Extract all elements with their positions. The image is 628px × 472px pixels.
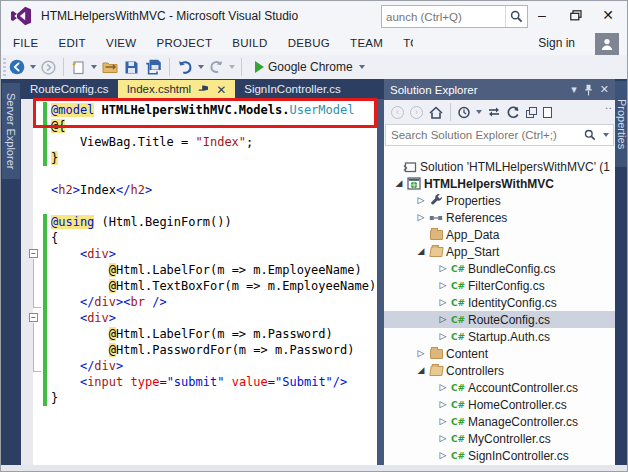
toolbar-overflow-icon[interactable]: ‥ <box>605 100 612 110</box>
vertical-scrollbar[interactable] <box>377 99 384 465</box>
expander-collapsed-icon[interactable]: ▷ <box>436 413 450 430</box>
outline-guide <box>33 259 34 307</box>
tree-item-app-data[interactable]: App_Data <box>384 226 615 243</box>
navigate-forward-button[interactable] <box>38 56 59 78</box>
expander-collapsed-icon[interactable]: ▷ <box>436 328 450 345</box>
menu-file[interactable]: FILE <box>3 31 49 55</box>
menu-build[interactable]: BUILD <box>222 31 277 55</box>
user-avatar-icon[interactable] <box>595 33 619 55</box>
tree-item-bundleconfig-cs[interactable]: ▷C#BundleConfig.cs <box>384 260 615 277</box>
new-file-dropdown[interactable] <box>91 65 97 69</box>
csharp-icon: C# <box>450 298 466 308</box>
pin-icon[interactable] <box>198 80 210 99</box>
tree-item-homecontroller-cs[interactable]: ▷C#HomeController.cs <box>384 396 615 413</box>
document-tab-signincontroller.cs[interactable]: SignInController.cs <box>235 80 350 99</box>
expander-collapsed-icon[interactable]: ▷ <box>436 311 450 328</box>
tree-item-controllers[interactable]: ◢Controllers <box>384 362 615 379</box>
expander-collapsed-icon[interactable]: ▷ <box>436 294 450 311</box>
tree-item-filterconfig-cs[interactable]: ▷C#FilterConfig.cs <box>384 277 615 294</box>
tree-item-mycontroller-cs[interactable]: ▷C#MyController.cs <box>384 430 615 447</box>
redo-dropdown[interactable] <box>229 65 235 69</box>
navigate-back-button[interactable] <box>6 56 28 78</box>
tree-item-managecontroller-cs[interactable]: ▷C#ManageController.cs <box>384 413 615 430</box>
expander-collapsed-icon[interactable]: ▷ <box>436 277 450 294</box>
collapse-icon[interactable]: − <box>29 313 38 322</box>
expander-collapsed-icon[interactable]: ▷ <box>414 209 428 226</box>
save-button[interactable] <box>121 56 142 78</box>
project-icon <box>406 177 422 190</box>
menu-view[interactable]: VIEW <box>96 31 147 55</box>
expander-collapsed-icon[interactable]: ▷ <box>436 260 450 277</box>
tree-item-htmlhelperswithmvc[interactable]: ◢HTMLHelpersWithMVC <box>384 175 615 192</box>
expander-collapsed-icon[interactable]: ▷ <box>414 192 428 209</box>
start-debug-button[interactable]: Google Chrome <box>246 56 370 78</box>
save-all-button[interactable] <box>142 56 165 78</box>
tree-item-routeconfig-cs[interactable]: ▷C#RouteConfig.cs <box>384 311 615 328</box>
search-icon[interactable] <box>579 125 601 145</box>
server-explorer-tab[interactable]: Server Explorer <box>2 83 20 179</box>
undo-dropdown[interactable] <box>198 65 204 69</box>
expander-collapsed-icon[interactable]: ▷ <box>436 430 450 447</box>
undo-button[interactable] <box>174 56 196 78</box>
expander-collapsed-icon[interactable]: ▷ <box>436 447 450 464</box>
expander-collapsed-icon[interactable]: ▷ <box>436 396 450 413</box>
close-icon[interactable]: ✕ <box>216 84 226 96</box>
navigate-back-dropdown[interactable] <box>30 65 36 69</box>
expander-expanded-icon[interactable]: ◢ <box>414 243 428 260</box>
switch-views-icon[interactable] <box>455 102 474 122</box>
sign-in-button[interactable]: Sign in <box>532 31 581 55</box>
sync-with-active-document-icon[interactable] <box>484 102 504 122</box>
expander-expanded-icon[interactable]: ◢ <box>392 175 406 192</box>
menu-team[interactable]: TEAM <box>340 31 393 55</box>
menu-debug[interactable]: DEBUG <box>278 31 340 55</box>
tree-item-solution-htmlhelperswithmvc-1[interactable]: Solution 'HTMLHelpersWithMVC' (1 <box>384 158 615 175</box>
preview-selected-items-icon[interactable] <box>540 102 555 122</box>
expander-expanded-icon[interactable]: ◢ <box>414 362 428 379</box>
menu-project[interactable]: PROJECT <box>147 31 223 55</box>
tree-item-signincontroller-cs[interactable]: ▷C#SignInController.cs <box>384 447 615 464</box>
tree-item-accountcontroller-cs[interactable]: ▷C#AccountController.cs <box>384 379 615 396</box>
solution-explorer-header[interactable]: Solution Explorer ▾ ✕ <box>384 79 615 100</box>
redo-button[interactable] <box>206 56 227 78</box>
window-menu-chevron-down-icon[interactable]: ▾ <box>571 84 577 95</box>
collapse-icon[interactable]: − <box>29 249 38 258</box>
change-bar <box>43 150 47 166</box>
code-editor[interactable]: @model HTMLHelpersWithMVC.Models.UserMod… <box>21 99 384 465</box>
document-tab-routeconfig.cs[interactable]: RouteConfig.cs <box>21 80 118 99</box>
close-button[interactable]: ✕ <box>593 1 623 29</box>
tree-item-properties[interactable]: ▷Properties <box>384 192 615 209</box>
tree-item-references[interactable]: ▷References <box>384 209 615 226</box>
solution-explorer-search-box[interactable] <box>385 124 614 146</box>
solution-explorer-toolbar: ‹ › <box>384 100 615 124</box>
menu-edit[interactable]: EDIT <box>49 31 96 55</box>
expander-collapsed-icon[interactable]: ▷ <box>414 345 428 362</box>
document-tab-index.cshtml[interactable]: Index.cshtml✕ <box>118 80 236 99</box>
tree-item-app-start[interactable]: ◢App_Start <box>384 243 615 260</box>
expander-collapsed-icon[interactable]: ▷ <box>436 379 450 396</box>
home-icon[interactable] <box>426 102 446 122</box>
menu-tools[interactable]: TOOLS <box>393 31 413 55</box>
tree-item-content[interactable]: ▷Content <box>384 345 615 362</box>
search-options-dropdown[interactable] <box>603 133 609 137</box>
new-file-button[interactable] <box>68 56 89 78</box>
minimize-button[interactable]: – <box>527 1 557 29</box>
refresh-icon[interactable] <box>504 102 523 122</box>
change-bar <box>43 214 47 230</box>
solution-explorer-search-input[interactable] <box>386 129 579 141</box>
quick-launch-input[interactable] <box>382 11 505 23</box>
search-icon[interactable] <box>505 6 527 27</box>
run-target-dropdown[interactable] <box>359 65 365 69</box>
tree-item-startup-auth-cs[interactable]: ▷C#Startup.Auth.cs <box>384 328 615 345</box>
properties-tab[interactable]: Properties <box>615 81 628 167</box>
switch-views-dropdown[interactable] <box>476 110 482 114</box>
pin-icon[interactable] <box>584 84 593 96</box>
quick-launch-box[interactable] <box>381 5 528 28</box>
close-icon[interactable]: ✕ <box>600 84 609 95</box>
se-forward-button[interactable]: › <box>407 102 426 122</box>
collapse-all-icon[interactable] <box>523 102 540 122</box>
se-back-button[interactable]: ‹ <box>388 102 407 122</box>
restore-button[interactable] <box>561 1 591 29</box>
tree-item-identityconfig-cs[interactable]: ▷C#IdentityConfig.cs <box>384 294 615 311</box>
visual-studio-logo-icon <box>9 6 33 26</box>
open-file-button[interactable] <box>99 56 121 78</box>
